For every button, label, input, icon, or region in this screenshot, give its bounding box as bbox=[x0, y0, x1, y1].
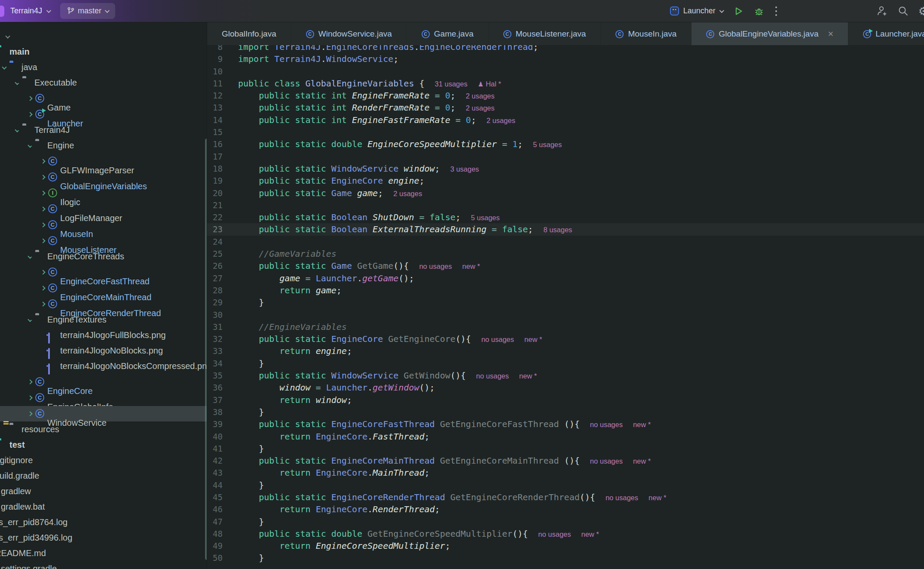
project-name[interactable]: Terrain4J bbox=[10, 6, 42, 15]
code-line-42[interactable]: 42 public static EngineCoreMainThread Ge… bbox=[207, 455, 924, 467]
code-line-31[interactable]: 31 //EngineVariables bbox=[207, 321, 924, 333]
tree-item-executable[interactable]: Executable bbox=[0, 75, 207, 90]
usages-inlay-hint[interactable]: new * bbox=[519, 372, 537, 380]
chevron-collapsed-icon[interactable] bbox=[40, 175, 45, 179]
code-line-10[interactable]: 10 bbox=[207, 65, 924, 77]
code-line-41[interactable]: 41 } bbox=[207, 443, 924, 455]
usages-inlay-hint[interactable]: new * bbox=[462, 262, 480, 270]
line-number[interactable]: 28 bbox=[207, 284, 229, 296]
tree-item-globalenginevariables[interactable]: GlobalEngineVariables bbox=[0, 169, 207, 185]
code-line-9[interactable]: 9import Terrain4J.WindowService; bbox=[207, 53, 924, 65]
code-line-13[interactable]: 13 public static int RenderFrameRate = 0… bbox=[207, 101, 924, 114]
line-number[interactable]: 24 bbox=[207, 236, 229, 248]
line-number[interactable]: 18 bbox=[207, 163, 229, 175]
tab-launcher-java[interactable]: Launcher.java bbox=[848, 22, 924, 45]
tree-item-hs-err-pid34996-log[interactable]: hs_err_pid34996.log bbox=[0, 530, 207, 545]
usages-inlay-hint[interactable]: new * bbox=[581, 530, 599, 538]
usages-inlay-hint[interactable]: no usages bbox=[590, 457, 623, 465]
code-line-37[interactable]: 37 return window; bbox=[207, 394, 924, 406]
tree-item-windowservice[interactable]: WindowService bbox=[0, 406, 207, 421]
tree-item-terrain4jlogofullblocks-png[interactable]: terrain4JlogoFullBlocks.png bbox=[0, 327, 207, 343]
code-line-23[interactable]: 23 public static Boolean ExternalThreads… bbox=[207, 223, 924, 235]
line-number[interactable]: 37 bbox=[207, 394, 229, 406]
code-line-38[interactable]: 38 } bbox=[207, 406, 924, 418]
line-number[interactable]: 49 bbox=[207, 540, 229, 552]
usages-inlay-hint[interactable]: 2 usages bbox=[486, 117, 515, 124]
chevron-collapsed-icon[interactable] bbox=[28, 112, 32, 117]
line-number[interactable]: 43 bbox=[207, 467, 229, 479]
code-line-27[interactable]: 27 game = Launcher.getGame(); bbox=[207, 272, 924, 284]
code-line-17[interactable]: 17 bbox=[207, 151, 924, 163]
code-line-36[interactable]: 36 window = Launcher.getWindow(); bbox=[207, 381, 924, 394]
tree-item-terrain4jlogonoblockscompressed-png[interactable]: terrain4JlogoNoBlocksCompressed.png bbox=[0, 358, 207, 374]
tab-mouselistener-java[interactable]: MouseListener.java bbox=[489, 22, 601, 45]
line-number[interactable]: 36 bbox=[207, 381, 229, 394]
tab-mousein-java[interactable]: MouseIn.java bbox=[601, 22, 691, 45]
usages-inlay-hint[interactable]: 5 usages bbox=[471, 214, 500, 221]
line-number[interactable]: 23 bbox=[207, 223, 229, 235]
usages-inlay-hint[interactable]: new * bbox=[524, 335, 542, 343]
usages-inlay-hint[interactable]: 2 usages bbox=[393, 190, 422, 197]
tab-globalenginevariables-java[interactable]: GlobalEngineVariables.java× bbox=[691, 22, 848, 45]
usages-inlay-hint[interactable]: 2 usages bbox=[466, 92, 495, 100]
code-line-48[interactable]: 48 public static double GetEngineCoreSpe… bbox=[207, 528, 924, 540]
code-line-18[interactable]: 18 public static WindowService window;3 … bbox=[207, 163, 924, 175]
tree-item-main[interactable]: main bbox=[0, 44, 207, 59]
line-number[interactable]: 19 bbox=[207, 175, 229, 187]
chevron-collapsed-icon[interactable] bbox=[28, 395, 32, 400]
usages-inlay-hint[interactable]: 31 usages bbox=[435, 80, 468, 88]
tab-globalinfo-java[interactable]: GlobalInfo.java bbox=[207, 22, 291, 45]
line-number[interactable]: 40 bbox=[207, 431, 229, 443]
code-line-22[interactable]: 22 public static Boolean ShutDown = fals… bbox=[207, 211, 924, 223]
usages-inlay-hint[interactable]: no usages bbox=[476, 372, 509, 380]
code-line-39[interactable]: 39 public static EngineCoreFastThread Ge… bbox=[207, 418, 924, 430]
usages-inlay-hint[interactable]: 8 usages bbox=[543, 226, 572, 234]
line-number[interactable]: 17 bbox=[207, 151, 229, 163]
tree-item-enginecorefastthread[interactable]: EngineCoreFastThread bbox=[0, 265, 207, 280]
tree-item-java[interactable]: java bbox=[0, 59, 207, 75]
line-number[interactable]: 50 bbox=[207, 552, 229, 564]
line-number[interactable]: 47 bbox=[207, 516, 229, 528]
line-number[interactable]: 30 bbox=[207, 309, 229, 321]
code-line-33[interactable]: 33 return engine; bbox=[207, 345, 924, 357]
code-line-20[interactable]: 20 public static Game game;2 usages bbox=[207, 187, 924, 199]
code-line-40[interactable]: 40 return EngineCore.FastThread; bbox=[207, 431, 924, 443]
tab-windowservice-java[interactable]: WindowService.java bbox=[291, 22, 407, 45]
add-user-icon[interactable] bbox=[876, 5, 888, 17]
search-icon[interactable] bbox=[897, 5, 909, 17]
usages-inlay-hint[interactable]: no usages bbox=[419, 262, 452, 270]
code-line-11[interactable]: 11public class GlobalEngineVariables {31… bbox=[207, 77, 924, 89]
chevron-collapsed-icon[interactable] bbox=[40, 159, 45, 163]
tree-item-mouselistener[interactable]: MouseListener bbox=[0, 233, 207, 249]
usages-inlay-hint[interactable]: no usages bbox=[481, 335, 514, 343]
code-line-44[interactable]: 44 } bbox=[207, 479, 924, 491]
chevron-collapsed-icon[interactable] bbox=[28, 96, 32, 101]
chevron-collapsed-icon[interactable] bbox=[28, 379, 32, 384]
code-line-29[interactable]: 29 } bbox=[207, 296, 924, 308]
tree-item-terrain4jlogonoblocks-png[interactable]: terrain4JlogoNoBlocks.png bbox=[0, 343, 207, 358]
close-icon[interactable]: × bbox=[828, 29, 833, 39]
code-line-21[interactable]: 21 bbox=[207, 199, 924, 211]
chevron-collapsed-icon[interactable] bbox=[40, 301, 45, 306]
tree-item-ilogic[interactable]: Ilogic bbox=[0, 185, 207, 201]
line-number[interactable]: 15 bbox=[207, 126, 229, 138]
chevron-collapsed-icon[interactable] bbox=[40, 222, 45, 227]
line-number[interactable]: 31 bbox=[207, 321, 229, 333]
usages-inlay-hint[interactable]: 5 usages bbox=[533, 141, 562, 148]
line-number[interactable]: 13 bbox=[207, 101, 229, 114]
code-editor[interactable]: 8import Terrain4J.EngineCoreThreads.Engi… bbox=[207, 45, 924, 569]
line-number[interactable]: 44 bbox=[207, 479, 229, 491]
chevron-collapsed-icon[interactable] bbox=[40, 270, 45, 274]
tree-item-gradlew[interactable]: gradlew bbox=[0, 483, 207, 499]
chevron-collapsed-icon[interactable] bbox=[40, 238, 45, 243]
tree-item-enginecorerenderthread[interactable]: EngineCoreRenderThread bbox=[0, 296, 207, 312]
tree-item-logfilemanager[interactable]: LogFileManager bbox=[0, 201, 207, 217]
line-number[interactable]: 25 bbox=[207, 248, 229, 260]
tree-item-terrain4j[interactable]: Terrain4J bbox=[0, 122, 207, 138]
code-line-15[interactable]: 15 bbox=[207, 126, 924, 138]
code-line-19[interactable]: 19 public static EngineCore engine; bbox=[207, 175, 924, 187]
code-line-24[interactable]: 24 bbox=[207, 236, 924, 248]
usages-inlay-hint[interactable]: new * bbox=[649, 494, 666, 501]
code-line-34[interactable]: 34 } bbox=[207, 357, 924, 369]
code-line-28[interactable]: 28 return game; bbox=[207, 284, 924, 296]
